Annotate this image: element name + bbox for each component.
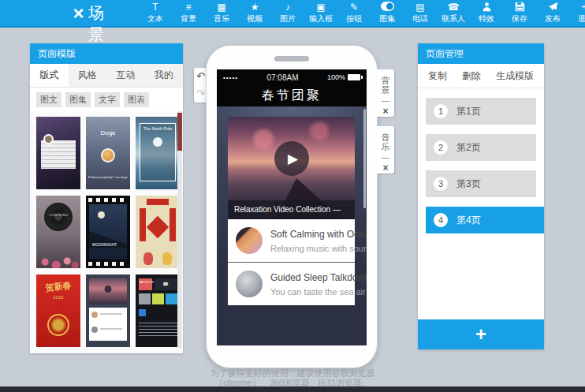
tool-background[interactable]: ≡ 背景 (172, 2, 205, 24)
thumb-textlines (139, 320, 177, 338)
tool-label: 背景 (181, 13, 196, 24)
list-item[interactable]: Guided Sleep Talkdown You can taste the … (228, 262, 355, 305)
phone-preview: ••••• 07:08AM 100% 春节团聚 ▶ Relaxation Vid… (207, 46, 377, 368)
tool-label: 电话 (412, 13, 428, 24)
pages-panel: 页面管理 复制 删除 生成模版 1 第1页 2 第2页 3 第3页 4 第4页 (418, 43, 544, 349)
tool-input-box[interactable]: ▣ 输入框 (304, 2, 337, 24)
template-doge[interactable]: Doge Followeverybody! I am doge (86, 117, 130, 189)
tab-layout[interactable]: 版式 (30, 64, 69, 87)
video-block[interactable]: ▶ Relaxation Video Collection — (228, 117, 355, 219)
page-item-1[interactable]: 1 第1页 (426, 98, 536, 125)
template-smashing[interactable]: ABOUT US ☎ (136, 274, 180, 347)
tool-effects[interactable]: 特效 (470, 2, 503, 24)
publish-button[interactable]: 发布 (536, 2, 569, 24)
template-north-pole[interactable]: The North Pole (136, 117, 180, 189)
tool-gallery[interactable]: 图集 (371, 2, 404, 24)
template-cny-red[interactable]: 贺新春 2015 (36, 274, 80, 347)
page-label: 第2页 (456, 141, 481, 155)
play-button[interactable]: ▶ (274, 141, 309, 176)
tool-image[interactable]: ♪ 图片 (271, 2, 304, 24)
person-icon (482, 2, 492, 13)
page-item-2[interactable]: 2 第2页 (426, 134, 536, 161)
page-item-3[interactable]: 3 第3页 (426, 170, 536, 197)
couplet-left (140, 208, 146, 241)
thumb-caption: Followeverybody! I am doge (86, 175, 130, 179)
thumb-title: 贺新春 (36, 278, 80, 295)
close-icon[interactable]: × (382, 106, 388, 116)
layer-label[interactable]: 音乐 (381, 133, 390, 151)
tab-interactive[interactable]: 互动 (106, 64, 145, 87)
tab-mine[interactable]: 我的 (145, 64, 184, 87)
page-content: ▶ Relaxation Video Collection — Soft Cal… (217, 106, 367, 345)
page-title[interactable]: 春节团聚 (217, 85, 367, 106)
filter-gallery[interactable]: 图集 (65, 92, 91, 107)
thumb-title: The North Pole (136, 126, 180, 131)
film-holes (88, 198, 128, 202)
page-label: 第4页 (456, 214, 481, 227)
tool-label: 输入框 (309, 13, 333, 24)
advice-line-1: 为了获得更好的使用，建议使用谷歌浏览器 (0, 368, 585, 378)
history-strip: ↶ ↷ (194, 68, 207, 103)
filter-text[interactable]: 文字 (95, 92, 120, 107)
make-template-button[interactable]: 生成模版 (496, 69, 534, 83)
tool-phone[interactable]: ▤ 电话 (404, 2, 437, 24)
page-item-4[interactable]: 4 第4页 (426, 207, 544, 233)
gold-ring (47, 314, 69, 336)
template-love-song[interactable]: LOVE SONG (36, 196, 80, 268)
page-number-badge: 1 (434, 104, 448, 118)
close-icon[interactable]: × (382, 163, 388, 173)
thumb-frame (140, 123, 176, 181)
app-logo[interactable]: × 微场景 (73, 0, 106, 45)
list-item[interactable]: Soft Calming with Ocean Relaxing music w… (228, 219, 355, 262)
tool-label: 发布 (545, 13, 561, 24)
toolbar-insert-tools: T 文本 ≡ 背景 ▦ 音乐 ★ 视频 ♪ 图片 ▣ 输入框 (139, 2, 503, 24)
tool-contacts[interactable]: ☎ 联系人 (437, 2, 470, 24)
diamond (147, 216, 169, 238)
tool-text[interactable]: T 文本 (139, 2, 172, 24)
template-moonnight[interactable]: MOONNIGHT (86, 196, 130, 268)
save-button[interactable]: 保存 (503, 2, 536, 24)
minimize-icon[interactable]: — (382, 97, 389, 105)
add-page-button[interactable]: + (418, 319, 544, 349)
thumb-avatar (101, 148, 115, 162)
track-avatar (236, 227, 263, 254)
thumb-line (100, 328, 122, 330)
filter-chart[interactable]: 图表 (124, 92, 149, 107)
tool-button[interactable]: ✎ 按钮 (337, 2, 371, 24)
delete-page-button[interactable]: 删除 (462, 69, 481, 83)
template-cny-couplets[interactable] (136, 196, 180, 268)
redo-icon[interactable]: ↷ (196, 89, 205, 99)
filter-image-text[interactable]: 图文 (36, 92, 61, 107)
layer-label[interactable]: 背景 (381, 76, 390, 95)
figure (143, 252, 153, 265)
template-video-collection[interactable] (86, 274, 130, 347)
image-thumb-icon: ▤ (415, 2, 424, 13)
couplet-right (170, 208, 176, 241)
thumb-card (89, 308, 127, 341)
templates-scrollbar-thumb[interactable] (177, 113, 182, 151)
signal-dots: ••••• (223, 74, 238, 81)
undo-icon[interactable]: ↶ (196, 72, 205, 81)
tool-music[interactable]: ▦ 音乐 (205, 2, 238, 24)
thumb-avatar (43, 134, 54, 144)
tab-style[interactable]: 风格 (69, 64, 107, 87)
bottom-bar (0, 386, 585, 392)
tool-video[interactable]: ★ 视频 (238, 2, 271, 24)
templates-tabs: 版式 风格 互动 我的 (30, 64, 183, 88)
banner (147, 199, 169, 205)
copy-page-button[interactable]: 复制 (428, 69, 447, 83)
page-list: 1 第1页 2 第2页 3 第3页 4 第4页 (418, 88, 544, 233)
logo-text: 微场景 (88, 0, 106, 45)
exit-button[interactable]: 退出 (569, 2, 585, 24)
battery-percent: 100% (327, 73, 345, 81)
tool-label: 音乐 (214, 13, 229, 24)
template-profile-card[interactable] (36, 117, 80, 189)
track-title: Guided Sleep Talkdown (270, 272, 367, 283)
tile (139, 293, 151, 304)
thumb-flowers (36, 248, 80, 268)
minimize-icon[interactable]: — (382, 154, 389, 162)
tile (152, 293, 164, 304)
content-scrollbar[interactable] (363, 109, 366, 208)
picture-frame-icon: ▣ (316, 2, 325, 13)
pages-panel-title: 页面管理 (418, 43, 544, 64)
